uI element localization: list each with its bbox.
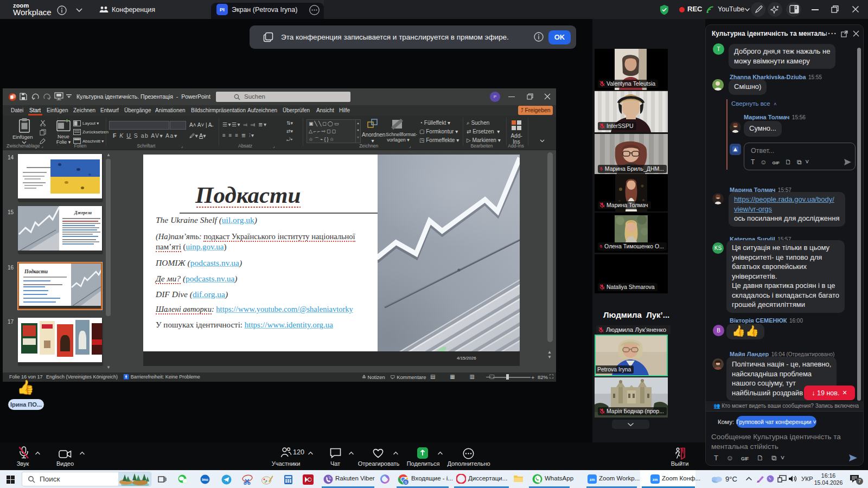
svg-text:zm: zm bbox=[590, 478, 595, 481]
svg-text:zm: zm bbox=[653, 478, 658, 481]
svg-text:S: S bbox=[404, 480, 407, 485]
svg-text:imo: imo bbox=[202, 478, 208, 481]
